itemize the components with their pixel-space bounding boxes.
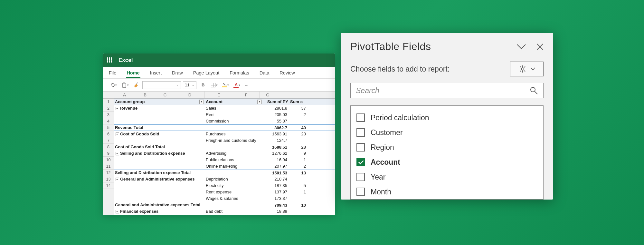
col-header-e[interactable]: E	[205, 92, 233, 98]
field-checkbox[interactable]	[356, 143, 365, 152]
collapse-button[interactable]: −	[116, 178, 119, 181]
table-row[interactable]: −Financial expensesBad debt18.89	[114, 208, 335, 215]
table-row[interactable]: Account group▾Account▾Sum of PYSum c	[114, 99, 335, 105]
font-family-select[interactable]: ⌄	[142, 81, 181, 89]
field-checkbox[interactable]	[356, 158, 365, 166]
field-settings-button[interactable]	[510, 62, 544, 76]
collapse-button[interactable]: −	[116, 132, 119, 136]
collapse-button[interactable]: −	[116, 210, 119, 213]
row-header[interactable]: 12	[103, 170, 114, 176]
excel-window: Excel File Home Insert Draw Page Layout …	[103, 54, 335, 215]
tab-draw[interactable]: Draw	[171, 68, 184, 78]
row-header[interactable]: 3	[103, 112, 114, 118]
app-launcher-icon[interactable]	[107, 57, 113, 63]
table-row[interactable]: −Selling and Distribution expenseAdverti…	[114, 150, 335, 157]
tab-page-layout[interactable]: Page Layout	[193, 68, 220, 78]
row-header[interactable]: 9	[103, 150, 114, 157]
paste-button[interactable]: ▾	[120, 81, 130, 89]
table-row[interactable]: Rent expense137.971	[114, 189, 335, 195]
field-label: Account	[371, 158, 400, 167]
collapse-button[interactable]: −	[116, 107, 119, 110]
search-input[interactable]	[356, 86, 502, 95]
field-label: Month	[371, 188, 391, 196]
tab-formulas[interactable]: Formulas	[229, 68, 250, 78]
row-header[interactable]: 10	[103, 157, 114, 163]
collapse-button[interactable]: −	[116, 152, 119, 155]
field-item[interactable]: Month	[356, 184, 537, 199]
search-box[interactable]	[350, 83, 544, 98]
table-row[interactable]: Rent205.032	[114, 112, 335, 118]
field-checkbox[interactable]	[356, 113, 365, 122]
ribbon-toolbar: ▾ ▾ ⌄ 11 ⌄ B ▾ ▾ A▾ ···	[103, 79, 335, 92]
grid-body: 1 2 3 4 5 6 7 8 9 10 11 12 13 14 Account…	[103, 99, 335, 215]
row-header[interactable]: 14	[103, 182, 114, 189]
collapse-icon[interactable]	[516, 44, 526, 50]
format-painter-button[interactable]	[132, 81, 140, 89]
row-header[interactable]: 1	[103, 99, 114, 105]
svg-line-13	[535, 92, 537, 94]
table-row[interactable]: Cost of Goods Sold Total1688.6123	[114, 144, 335, 150]
table-row[interactable]: Wages & salaries173.37	[114, 195, 335, 202]
row-header[interactable]: 11	[103, 163, 114, 170]
col-header-d[interactable]: D	[175, 92, 205, 98]
field-item[interactable]: Region	[356, 140, 537, 155]
field-label: Region	[371, 143, 394, 152]
table-row[interactable]: Online marketing207.972	[114, 163, 335, 170]
svg-line-10	[524, 66, 525, 67]
field-checkbox[interactable]	[356, 188, 365, 196]
close-icon[interactable]	[536, 43, 544, 50]
col-header-f[interactable]: F	[233, 92, 260, 98]
row-header[interactable]: 13	[103, 176, 114, 182]
table-row[interactable]: Public relations16.941	[114, 157, 335, 163]
tab-data[interactable]: Data	[259, 68, 270, 78]
table-row[interactable]: −Cost of Goods SoldPurchases1563.9123	[114, 131, 335, 137]
column-headers: A B C D E F G	[103, 92, 335, 99]
field-item[interactable]: Year	[356, 170, 537, 184]
field-item[interactable]: Account	[356, 155, 537, 170]
table-row[interactable]: −RevenueSales2801.837	[114, 105, 335, 112]
table-row[interactable]: Commission55.87	[114, 118, 335, 124]
data-area[interactable]: Account group▾Account▾Sum of PYSum c−Rev…	[114, 99, 335, 215]
font-color-button[interactable]: A▾	[232, 82, 242, 88]
borders-button[interactable]: ▾	[210, 82, 219, 88]
table-row[interactable]: −General and Administrative expensesDepr…	[114, 176, 335, 182]
table-row[interactable]: General and Administrative expenses Tota…	[114, 202, 335, 208]
table-row[interactable]: Revenue Total3062.740	[114, 124, 335, 131]
col-header-g[interactable]: G	[260, 92, 276, 98]
field-checkbox[interactable]	[356, 128, 365, 137]
filter-button[interactable]: ▾	[199, 100, 204, 104]
field-label: Customer	[371, 128, 403, 137]
search-icon	[530, 86, 538, 95]
tab-review[interactable]: Review	[279, 68, 296, 78]
tab-file[interactable]: File	[108, 68, 117, 78]
col-header-c[interactable]: C	[155, 92, 175, 98]
filter-button[interactable]: ▾	[257, 100, 262, 104]
col-header-a[interactable]: A	[114, 92, 135, 98]
field-item[interactable]: Period calculation	[356, 110, 537, 125]
row-header[interactable]: 8	[103, 144, 114, 150]
row-header[interactable]: 4	[103, 118, 114, 124]
table-row[interactable]: Freigh-in and customs duty124.7	[114, 137, 335, 144]
select-all-cell[interactable]	[103, 92, 114, 98]
row-header[interactable]: 6	[103, 131, 114, 137]
tab-insert[interactable]: Insert	[149, 68, 162, 78]
svg-line-11	[520, 71, 521, 72]
undo-button[interactable]: ▾	[108, 81, 118, 89]
pivot-fields-pane: PivotTable Fields Choose fields to add t…	[341, 33, 553, 200]
row-header[interactable]: 7	[103, 137, 114, 144]
field-item[interactable]: Customer	[356, 125, 537, 140]
row-header[interactable]: 2	[103, 105, 114, 112]
col-header-b[interactable]: B	[135, 92, 155, 98]
fill-color-button[interactable]: ▾	[221, 82, 230, 88]
bold-button[interactable]: B	[200, 82, 206, 88]
row-header[interactable]: 5	[103, 124, 114, 131]
font-size-select[interactable]: 11 ⌄	[183, 81, 196, 89]
svg-line-8	[520, 66, 521, 67]
table-row[interactable]: Electricity187.355	[114, 182, 335, 189]
field-checkbox[interactable]	[356, 173, 365, 181]
field-label: Period calculation	[371, 113, 429, 122]
tab-home[interactable]: Home	[126, 68, 140, 78]
table-row[interactable]: Selling and Distribution expense Total15…	[114, 170, 335, 176]
svg-point-12	[531, 87, 535, 92]
more-button[interactable]: ···	[243, 82, 250, 88]
